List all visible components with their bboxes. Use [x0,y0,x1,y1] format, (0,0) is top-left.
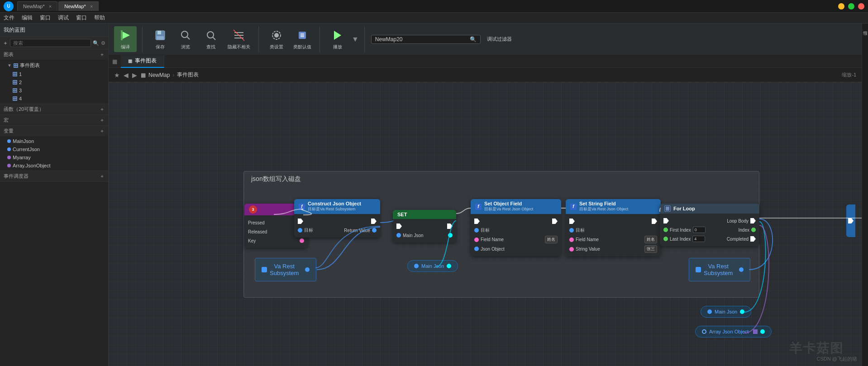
set-string-field-node[interactable]: f Set String Field 目标是Va Rest Json Objec… [566,199,661,257]
graphs-add-btn[interactable]: ＋ [100,51,105,58]
back-btn[interactable]: ◀ [124,71,129,79]
main-json-ref-2[interactable]: Main Json [701,306,751,318]
minimize-button[interactable] [838,3,844,10]
menu-file[interactable]: 文件 [4,14,14,22]
play-dropdown-icon[interactable]: ▼ [352,35,359,43]
var-main-json[interactable]: MainJson [0,137,108,145]
hide-unrelated-button[interactable]: 隐藏不相关 [225,26,253,52]
ssf-field-name-val: 姓名 [644,236,657,243]
menu-help[interactable]: 帮助 [94,14,105,22]
sof-target-pin [474,228,479,233]
node-4[interactable]: 4 [0,95,108,103]
for-loop-last-left: Last Index [663,236,705,242]
set-node[interactable]: SET Main Json [393,210,456,242]
find-button[interactable]: 查找 [200,26,222,52]
node-3[interactable]: 3 [0,86,108,95]
title-tab-1[interactable]: NewMap* × [17,1,57,11]
macros-title[interactable]: 函数（20可覆盖） ＋ [0,104,108,114]
array-json-grid-icon [753,329,758,334]
node-1[interactable]: 1 [0,70,108,78]
csdn-label: CSDN @飞起的猪 [817,356,857,362]
search-icon[interactable]: 🔍 [93,40,99,46]
forward-btn[interactable]: ▶ [132,71,137,79]
event-graph-tab[interactable]: ▦ 事件图表 [121,55,164,68]
event-dispatchers-add-btn[interactable]: ＋ [100,173,105,180]
construct-json-title: Construct Json Object [308,201,361,206]
event-dispatchers-label: 事件调度器 [4,173,29,180]
first-index-input[interactable] [693,227,706,233]
toolbar: 编译 保存 浏览 [109,24,862,55]
last-index-input[interactable] [692,236,705,242]
main-json-ref-2-pin [707,309,712,314]
macro-title[interactable]: 宏 ＋ [0,115,108,125]
array-json-right-pin [760,329,765,334]
watermark: 羊卡菇图 [789,340,844,357]
tab-grid-icon: ▦ [109,58,121,65]
sof-json-object-pin [474,247,479,251]
macros-add-btn[interactable]: ＋ [100,106,105,113]
macro-add-btn[interactable]: ＋ [100,117,105,124]
map-select-value: NewMap20 [375,36,403,43]
array-json-ref[interactable]: Array Json Object [695,326,772,337]
key-label: Key [248,238,256,243]
var-array-json-object[interactable]: Array.JsonObject [0,162,108,170]
array-json-var-label: Array.JsonObject [13,163,51,168]
browse-button[interactable]: 浏览 [174,26,197,52]
title-tab-2[interactable]: NewMap* × [58,1,99,11]
class-settings-button[interactable]: 类设置 [265,26,288,52]
ssf-header: f Set String Field 目标是Va Rest Json Objec… [566,199,661,214]
class-default-button[interactable]: 类默认值 [291,26,314,52]
add-icon[interactable]: ＋ [3,39,8,47]
menu-debug[interactable]: 调试 [58,14,69,22]
save-button[interactable]: 保存 [149,26,172,52]
for-loop-title: For Loop [673,206,695,211]
main-json-ref-2-right-pin [740,309,744,314]
pressed-label: Pressed [248,220,265,225]
main-json-dot [7,139,11,143]
for-loop-node[interactable]: For Loop Loop Body First Index [660,204,759,246]
ssf-field-name-pin [569,238,574,242]
variables-title[interactable]: 变量 ＋ [0,126,108,136]
favorite-btn[interactable]: ★ [114,71,120,79]
class-settings-icon [269,28,284,43]
menu-window[interactable]: 窗口 [40,14,51,22]
content-area: 编译 保存 浏览 [109,24,862,366]
compile-button[interactable]: 编译 [114,26,137,52]
graphs-section-title[interactable]: 图表 ＋ [0,49,108,60]
node-2-icon [13,80,17,85]
canvas[interactable]: json数组写入磁盘 3 Pressed Released [109,82,862,366]
ssf-string-value-row: String Value 张三 [566,244,661,254]
search-input[interactable] [10,39,91,47]
breadcrumb-event-graph: 事件图表 [177,71,199,79]
node-2[interactable]: 2 [0,78,108,86]
breadcrumb-newmap[interactable]: NewMap [148,72,170,78]
maximize-button[interactable] [848,3,854,10]
right-panel-label[interactable]: 细节 [861,25,868,29]
node-3-icon [13,88,17,93]
va-rest-ref-2[interactable]: Va RestSubsystem [689,258,750,281]
set-object-field-node[interactable]: f Set Object Field 目标是Va Rest Json Objec… [471,199,561,256]
node-2-label: 2 [19,80,22,85]
var-current-json[interactable]: CurrentJson [0,145,108,153]
map-search-icon[interactable]: 🔍 [470,36,477,43]
map-search-input[interactable] [405,37,468,42]
for-loop-index-right: Index [739,228,756,233]
sidebar-header: 我的蓝图 [0,24,108,37]
construct-json-node[interactable]: f Construct Json Object 目标是Va Rest Subsy… [294,199,380,238]
event-dispatchers-title[interactable]: 事件调度器 ＋ [0,171,108,181]
menu-edit[interactable]: 编辑 [22,14,33,22]
close-button[interactable] [858,3,864,10]
var-myarray[interactable]: Myarray [0,153,108,162]
variables-add-btn[interactable]: ＋ [100,128,105,134]
va-rest-ref-1[interactable]: Va RestSubsystem [255,258,316,281]
compile-label: 编译 [121,44,130,50]
play-button[interactable]: 播放 [326,26,349,52]
va-rest-label-1: Va RestSubsystem [270,263,299,276]
main-json-ref-1-right-pin [447,264,451,268]
event-graph-item[interactable]: ▼ 事件图表 [0,61,108,70]
main-json-ref-1[interactable]: Main Json [407,260,458,272]
window-controls [838,3,864,10]
ssf-target-label: 目标 [576,227,585,233]
menu-window2[interactable]: 窗口 [76,14,87,22]
settings-icon[interactable]: ⚙ [101,40,105,46]
